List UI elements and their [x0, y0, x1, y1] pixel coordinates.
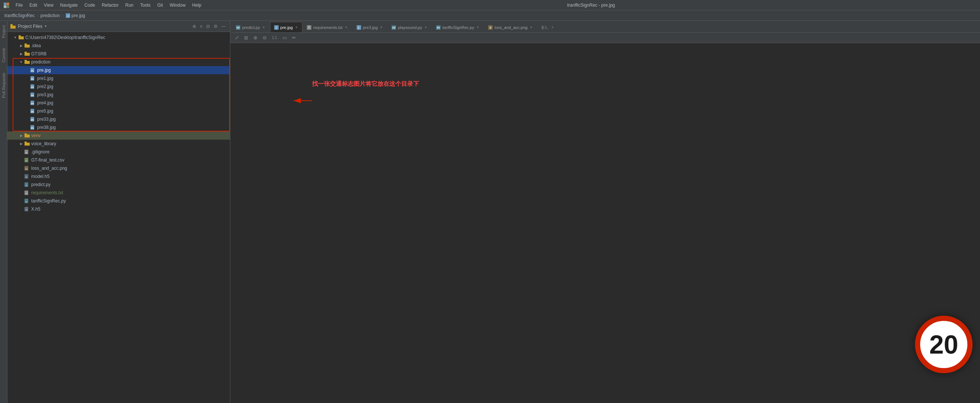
pencil-btn[interactable]: ✏: [291, 34, 298, 41]
voice-library-label: voice_library: [31, 141, 56, 147]
zoom-in-btn[interactable]: ⊕: [252, 34, 259, 41]
project-label[interactable]: Project: [1, 24, 7, 39]
annotation-container: 找一张交通标志图片将它放在这个目录下: [312, 80, 419, 88]
tree-predict-py[interactable]: py predict.py: [8, 180, 230, 189]
pre-jpg-label: pre.jpg: [37, 68, 51, 73]
tab-e-dots[interactable]: E:\.. ×: [538, 22, 558, 32]
svg-rect-7: [10, 25, 16, 29]
tree-tanffic-py[interactable]: py tanfficSignRec.py: [8, 197, 230, 205]
menu-view[interactable]: View: [41, 2, 56, 8]
menu-help[interactable]: Help: [189, 2, 204, 8]
tree-pre5-jpg[interactable]: jpg pre5.jpg: [8, 107, 230, 115]
tree-idea[interactable]: .idea: [8, 41, 230, 50]
tab-tanffic-py[interactable]: py tanfficSignRec.py ×: [432, 22, 484, 32]
pull-requests-label[interactable]: Pull Requests: [1, 71, 7, 100]
tab-playsound-label: playsound.py: [398, 25, 422, 30]
tree-model-h5[interactable]: h5 model.h5: [8, 172, 230, 180]
settings-button[interactable]: ⚙: [213, 23, 219, 30]
tree-pre38-jpg[interactable]: jpg pre38.jpg: [8, 123, 230, 132]
tab-e-dots-close[interactable]: ×: [550, 25, 554, 30]
tab-playsound[interactable]: py playsound.py ×: [387, 22, 432, 32]
tree-pre4-jpg[interactable]: jpg pre4.jpg: [8, 99, 230, 107]
tab-loss-png-close[interactable]: ×: [530, 25, 533, 30]
breadcrumb: tranfficSignRec › prediction › J pre.jpg: [0, 10, 980, 21]
breadcrumb-prediction[interactable]: prediction: [40, 13, 60, 18]
tab-pre-jpg[interactable]: j pre.jpg ×: [270, 22, 302, 32]
tree-loss-png[interactable]: png loss_and_acc.png: [8, 164, 230, 172]
commit-label[interactable]: Commit: [1, 47, 7, 64]
tree-x-h5[interactable]: h5 X.h5: [8, 205, 230, 213]
speed-number: 20: [929, 332, 958, 358]
prediction-label: prediction: [31, 59, 51, 65]
pre3-jpg-arrow: [25, 93, 29, 97]
menu-code[interactable]: Code: [81, 2, 98, 8]
breadcrumb-sep-1: ›: [37, 13, 38, 18]
tree-requirements-txt[interactable]: txt requirements.txt: [8, 189, 230, 197]
tab-pre3-jpg-icon: j: [356, 25, 361, 30]
tab-pre3-jpg[interactable]: j pre3.jpg ×: [353, 22, 387, 32]
panel-header: Project Files ▾ ⊕ ≡ ⊟ ⚙ —: [8, 21, 230, 32]
tree-prediction[interactable]: prediction: [8, 58, 230, 66]
zoom-out-btn[interactable]: ⊖: [261, 34, 268, 41]
menu-run[interactable]: Run: [122, 2, 136, 8]
menu-refactor[interactable]: Refactor: [99, 2, 121, 8]
svg-text:jpg: jpg: [30, 118, 34, 121]
svg-text:jpg: jpg: [30, 86, 34, 88]
tab-predict-py-label: predict.py: [242, 25, 260, 30]
tab-pre-jpg-close[interactable]: ×: [294, 25, 298, 30]
tab-requirements-icon: t: [307, 25, 311, 30]
tab-tanffic-close[interactable]: ×: [476, 25, 480, 30]
breadcrumb-file[interactable]: J pre.jpg: [66, 13, 86, 18]
svg-rect-15: [24, 61, 30, 64]
tree-pre-jpg[interactable]: jpg pre.jpg: [8, 66, 230, 74]
predict-py-arrow: [19, 183, 23, 186]
menu-window[interactable]: Window: [167, 2, 189, 8]
tree-pre33-jpg[interactable]: jpg pre33.jpg: [8, 115, 230, 123]
tree-root[interactable]: C:\Users\47382\Desktop\tranfficSignRec: [8, 33, 230, 41]
expand-btn[interactable]: ⤢: [233, 34, 240, 41]
pre33-jpg-label: pre33.jpg: [37, 116, 56, 122]
tab-predict-py-close[interactable]: ×: [262, 25, 266, 30]
svg-text:J: J: [67, 15, 68, 17]
venv-label: venv: [31, 133, 40, 138]
tree-pre3-jpg[interactable]: jpg pre3.jpg: [8, 91, 230, 99]
tab-predict-py[interactable]: py predict.py ×: [232, 22, 270, 32]
panel-dropdown-arrow[interactable]: ▾: [45, 24, 47, 29]
project-panel: Project Files ▾ ⊕ ≡ ⊟ ⚙ — C:\Users\47382…: [8, 21, 230, 403]
expand-all-button[interactable]: ⊟: [205, 23, 211, 30]
window-title: tranfficSignRec - pre.jpg: [567, 3, 615, 8]
menu-file[interactable]: File: [13, 2, 25, 8]
tree-gtsrb[interactable]: GTSRB: [8, 50, 230, 58]
menu-bar: File Edit View Navigate Code Refactor Ru…: [0, 0, 980, 10]
tree-pre2-jpg[interactable]: jpg pre2.jpg: [8, 83, 230, 91]
tree-venv[interactable]: venv: [8, 132, 230, 140]
tab-loss-png-icon: p: [488, 25, 493, 30]
svg-rect-11: [24, 45, 30, 48]
tanffic-py-arrow: [19, 199, 23, 203]
menu-navigate[interactable]: Navigate: [57, 2, 81, 8]
tab-playsound-close[interactable]: ×: [424, 25, 428, 30]
tab-pre3-jpg-close[interactable]: ×: [380, 25, 383, 30]
panel-header-icons: ⊕ ≡ ⊟ ⚙ —: [191, 23, 227, 30]
grid-btn[interactable]: ⊞: [243, 34, 250, 41]
menu-tools[interactable]: Tools: [137, 2, 153, 8]
model-h5-label: model.h5: [31, 174, 49, 179]
tree-root-label: C:\Users\47382\Desktop\tranfficSignRec: [25, 35, 105, 40]
tab-loss-png[interactable]: p loss_and_acc.png ×: [484, 22, 537, 32]
tree-pre1-jpg[interactable]: jpg pre1.jpg: [8, 74, 230, 83]
tab-pre-jpg-label: pre.jpg: [280, 25, 293, 30]
tree-gitignore[interactable]: git .gitignore: [8, 148, 230, 156]
gitignore-arrow: [19, 150, 23, 154]
actual-size-btn[interactable]: 1:1: [270, 35, 278, 40]
tab-requirements[interactable]: t requirements.txt ×: [303, 22, 352, 32]
tree-gt-final[interactable]: csv GT-final_test.csv: [8, 156, 230, 164]
collapse-all-button[interactable]: ≡: [199, 23, 204, 30]
menu-git[interactable]: Git: [154, 2, 166, 8]
tab-requirements-close[interactable]: ×: [344, 25, 348, 30]
close-panel-button[interactable]: —: [220, 23, 227, 30]
menu-edit[interactable]: Edit: [26, 2, 40, 8]
fit-window-btn[interactable]: ▭: [281, 34, 288, 41]
tree-voice-library[interactable]: voice_library: [8, 140, 230, 148]
breadcrumb-root[interactable]: tranfficSignRec: [5, 13, 35, 18]
locate-file-button[interactable]: ⊕: [191, 23, 197, 30]
